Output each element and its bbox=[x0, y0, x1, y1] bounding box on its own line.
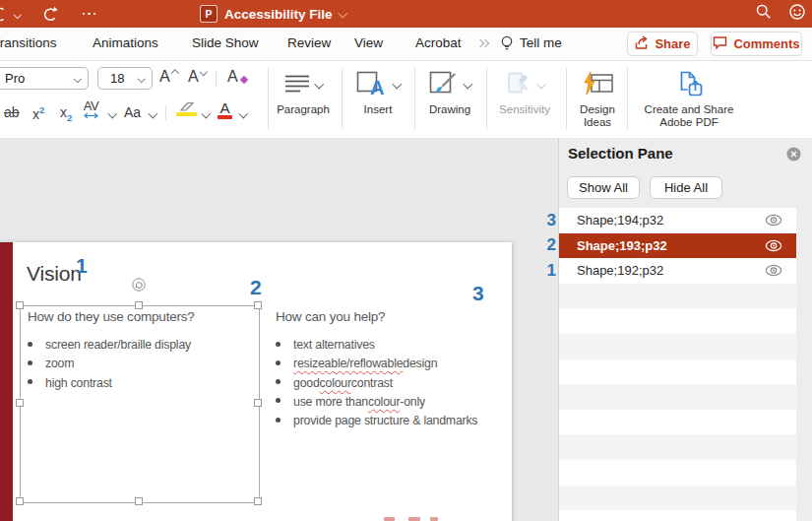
selection-pane-empty-row[interactable] bbox=[559, 359, 796, 385]
selection-pane-empty-row[interactable] bbox=[559, 284, 796, 309]
search-icon[interactable] bbox=[755, 3, 773, 25]
character-spacing-button[interactable]: AV bbox=[83, 100, 99, 119]
font-color-button[interactable]: A bbox=[218, 101, 232, 119]
powerpoint-app-icon: P bbox=[200, 5, 218, 23]
create-and-share-adobe-pdf-button[interactable]: Create and ShareAdobe PDF bbox=[630, 65, 748, 128]
annotation-number-3: 3 bbox=[472, 282, 484, 305]
selection-pane-empty-row[interactable] bbox=[559, 334, 796, 359]
selection-pane-row[interactable]: Shape;194;p32 bbox=[559, 208, 796, 233]
tell-me-label[interactable]: Tell me bbox=[520, 35, 562, 50]
document-title[interactable]: Accessibility File bbox=[224, 7, 333, 22]
paragraph-button[interactable]: Paragraph bbox=[272, 65, 335, 116]
design-ideas-button[interactable]: DesignIdeas bbox=[569, 65, 626, 128]
annotation-number-2: 2 bbox=[250, 276, 262, 299]
undo-menu-chevron-icon[interactable] bbox=[14, 11, 22, 19]
tab-animations[interactable]: Animations bbox=[93, 35, 158, 50]
visibility-eye-icon[interactable] bbox=[765, 214, 782, 227]
bullet-dot-icon bbox=[276, 379, 281, 384]
resize-handle[interactable] bbox=[135, 497, 143, 505]
subscript-button[interactable]: x2 bbox=[60, 104, 72, 123]
bullet-item: resizeable/reflowable design bbox=[276, 357, 477, 375]
resize-handle[interactable] bbox=[135, 301, 143, 309]
tab-acrobat[interactable]: Acrobat bbox=[415, 35, 462, 50]
ribbon: Pro 18 A A A ab x2 x2 AV Aa A bbox=[0, 61, 812, 139]
selection-pane-empty-row[interactable] bbox=[559, 410, 796, 435]
insert-text-icon: A bbox=[356, 71, 388, 98]
grow-font-button[interactable]: A bbox=[159, 68, 175, 86]
bullet-dot-icon bbox=[276, 360, 281, 365]
lightbulb-icon bbox=[500, 35, 514, 55]
selection-pane-row[interactable]: Shape;193;p32 bbox=[559, 233, 796, 259]
font-name-value: Pro bbox=[5, 71, 25, 86]
tab-transitions[interactable]: Transitions bbox=[0, 35, 57, 50]
font-name-combobox[interactable]: Pro bbox=[0, 67, 89, 90]
tab-view[interactable]: View bbox=[354, 35, 383, 50]
resize-handle[interactable] bbox=[254, 399, 262, 407]
close-pane-icon[interactable] bbox=[786, 147, 801, 165]
selection-pane-empty-row[interactable] bbox=[559, 510, 796, 521]
tab-review[interactable]: Review bbox=[287, 35, 331, 50]
annotation-number-1: 1 bbox=[76, 254, 88, 278]
redo-icon[interactable] bbox=[42, 6, 59, 23]
shrink-font-button[interactable]: A bbox=[188, 68, 204, 86]
sensitivity-stamp-icon bbox=[505, 72, 532, 97]
strikethrough-button[interactable]: ab bbox=[4, 104, 20, 120]
selection-pane-empty-row[interactable] bbox=[559, 308, 796, 334]
change-case-button[interactable]: Aa bbox=[124, 104, 141, 120]
selection-pane-row[interactable]: Shape;192;p32 bbox=[559, 258, 796, 284]
resize-handle[interactable] bbox=[16, 301, 24, 309]
shape-name-label: Shape;194;p32 bbox=[577, 213, 765, 228]
clear-formatting-button[interactable]: A bbox=[227, 68, 238, 86]
pane-annotation-number-1: 1 bbox=[531, 261, 556, 281]
more-commands-icon[interactable] bbox=[83, 13, 96, 16]
font-color-chevron-icon[interactable] bbox=[239, 109, 248, 118]
font-color-bar bbox=[218, 115, 232, 119]
bullet-list[interactable]: text alternativesresizeable/reflowable d… bbox=[276, 338, 477, 432]
selection-pane-empty-row[interactable] bbox=[559, 460, 796, 486]
tab-overflow-chevrons-icon[interactable] bbox=[478, 40, 488, 46]
selection-pane-empty-row[interactable] bbox=[559, 486, 796, 511]
sensitivity-button: Sensitivity bbox=[491, 65, 558, 116]
bullet-dot-icon bbox=[276, 342, 281, 347]
highlight-chevron-icon[interactable] bbox=[202, 109, 211, 118]
slide-accent-stripe bbox=[0, 242, 13, 521]
selection-pane-empty-row[interactable] bbox=[559, 434, 796, 460]
textbox-heading[interactable]: How do they use computers? bbox=[28, 309, 195, 324]
work-area: Vision 1 2 3 How do they use computers? … bbox=[0, 138, 812, 521]
shape-name-label: Shape;192;p32 bbox=[577, 263, 765, 278]
pane-annotation-number-2: 2 bbox=[531, 235, 556, 255]
resize-handle[interactable] bbox=[254, 497, 262, 505]
resize-handle[interactable] bbox=[254, 301, 262, 309]
superscript-button[interactable]: x2 bbox=[32, 104, 44, 122]
tab-slide-show[interactable]: Slide Show bbox=[192, 35, 259, 50]
resize-handle[interactable] bbox=[16, 399, 24, 407]
show-all-button[interactable]: Show All bbox=[567, 176, 640, 199]
slide-title[interactable]: Vision bbox=[27, 262, 82, 286]
selected-textbox-outline[interactable] bbox=[20, 305, 260, 503]
bullet-dot-icon bbox=[28, 342, 32, 347]
visibility-eye-icon[interactable] bbox=[765, 239, 782, 252]
share-button[interactable]: Share bbox=[627, 32, 698, 56]
selection-pane-empty-row[interactable] bbox=[559, 384, 796, 410]
font-size-combobox[interactable]: 18 bbox=[97, 67, 153, 90]
document-menu-chevron-icon[interactable] bbox=[338, 8, 346, 17]
visibility-eye-icon[interactable] bbox=[765, 264, 782, 277]
hide-all-button[interactable]: Hide All bbox=[650, 176, 722, 199]
drawing-button[interactable]: Drawing bbox=[418, 65, 481, 116]
insert-button[interactable]: A Insert bbox=[346, 65, 409, 116]
feedback-smiley-icon[interactable] bbox=[788, 3, 806, 25]
selection-pane-title: Selection Pane bbox=[568, 145, 673, 162]
change-case-chevron-icon[interactable] bbox=[149, 109, 157, 118]
bullet-item: provide page structure & landmarks bbox=[276, 414, 477, 432]
text-highlight-button[interactable] bbox=[176, 100, 197, 116]
rotation-handle-icon[interactable] bbox=[132, 278, 146, 295]
bullet-list[interactable]: screen reader/braille displayzoomhigh co… bbox=[28, 338, 191, 395]
resize-handle[interactable] bbox=[16, 497, 24, 505]
textbox-heading[interactable]: How can you help? bbox=[276, 309, 385, 324]
slide-canvas[interactable]: Vision 1 2 3 How do they use computers? … bbox=[0, 242, 512, 521]
character-spacing-chevron-icon[interactable] bbox=[108, 109, 117, 118]
bullet-dot-icon bbox=[28, 360, 32, 365]
undo-icon[interactable] bbox=[0, 6, 8, 23]
highlighter-pen-icon bbox=[177, 100, 197, 111]
comments-button[interactable]: Comments bbox=[711, 32, 802, 56]
